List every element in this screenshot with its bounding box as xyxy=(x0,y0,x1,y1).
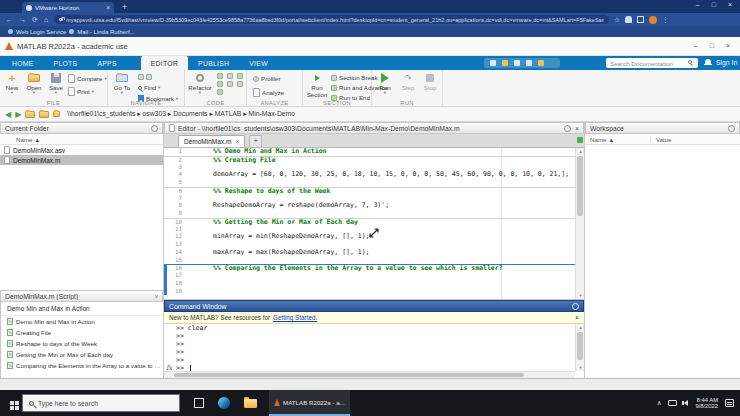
code-line[interactable]: 2 %% Creating File xyxy=(164,156,575,164)
code-line[interactable]: 8 ReshapeDemoArray = reshape(demoArray, … xyxy=(164,202,575,210)
file-explorer-icon[interactable] xyxy=(244,399,257,408)
workspace-name-column[interactable]: Name ▲ xyxy=(585,136,651,143)
search-documentation-input[interactable] xyxy=(606,58,698,68)
analyze-button[interactable]: Analyze xyxy=(253,88,284,97)
save-icon[interactable] xyxy=(490,60,496,66)
browse-folder-icon[interactable] xyxy=(39,111,49,118)
browser-menu-icon[interactable]: ⋮ xyxy=(662,16,669,24)
refactor-button[interactable]: Refactor ▾ xyxy=(187,72,213,95)
step-button[interactable]: ↷ Step xyxy=(398,72,418,91)
run-button[interactable]: Run ▾ xyxy=(375,72,395,95)
stop-button[interactable]: Stop xyxy=(420,72,440,91)
ribbon-tab[interactable]: HOME xyxy=(2,56,44,70)
scroll-up-icon[interactable]: ▲ xyxy=(577,149,584,154)
matlab-maximize-button[interactable]: □ xyxy=(710,42,714,49)
code-line[interactable]: 17 xyxy=(164,272,575,280)
back-bookmark-icon[interactable] xyxy=(138,74,144,80)
code-line[interactable]: 14 maxArray = max(ReshapeDemoArray, [], … xyxy=(164,249,575,257)
editor-scrollbar[interactable]: ▲ ▼ xyxy=(575,148,584,299)
profiler-button[interactable]: Profiler xyxy=(253,74,284,83)
network-icon[interactable] xyxy=(668,400,677,406)
scroll-down-icon[interactable]: ▼ xyxy=(577,293,584,298)
matlab-close-button[interactable]: × xyxy=(726,42,730,49)
volume-icon[interactable] xyxy=(684,400,688,406)
script-section-item[interactable]: % Reshape to days of the Week xyxy=(1,338,163,349)
matlab-minimize-button[interactable]: – xyxy=(694,42,698,49)
code-line[interactable]: 15 xyxy=(164,257,575,265)
panel-menu-icon[interactable] xyxy=(572,303,579,310)
editor-menu-icon[interactable] xyxy=(564,125,571,132)
bookmark-item[interactable]: Mail - Linda Rutherf... xyxy=(69,29,134,35)
workspace-value-column[interactable]: Value xyxy=(651,136,671,143)
file-row[interactable]: DemoMinMax.m xyxy=(0,155,163,165)
search-icon[interactable] xyxy=(688,60,692,64)
folder-back-icon[interactable]: ◀ xyxy=(5,110,11,119)
browser-maximize-button[interactable]: □ xyxy=(712,1,716,8)
code-options-icon[interactable] xyxy=(217,89,223,95)
file-row[interactable]: DemoMinMax.asv xyxy=(0,145,163,155)
start-button[interactable] xyxy=(10,401,14,405)
script-section-item[interactable]: % Creating File xyxy=(1,327,163,338)
bookmark-item[interactable]: Web Login Service xyxy=(8,29,66,35)
folder-breadcrumb[interactable]: \\horfile01\cs_students ▸ osw303 ▸ Docum… xyxy=(67,110,295,118)
reload-icon[interactable]: ⟳ xyxy=(32,16,38,24)
code-analyzer-indicator[interactable] xyxy=(577,137,583,143)
bookmark-star-icon[interactable]: ☆ xyxy=(614,16,620,24)
code-line[interactable]: 4 demoArray = [60, 0, 120, 30, 25, 0, 18… xyxy=(164,171,575,179)
code-editor[interactable]: 1 %% Demo Min and Max in Action 2 %% Cre… xyxy=(164,148,575,299)
new-tab-button[interactable]: + xyxy=(122,3,127,12)
browser-tab[interactable]: VMware Horizon × xyxy=(22,2,114,13)
url-field[interactable]: myappsvdi.utsa.edu/f5vdihast/vmview/D-39… xyxy=(54,15,609,24)
ribbon-tab[interactable]: PLOTS xyxy=(44,56,88,70)
scrollbar-thumb[interactable] xyxy=(577,332,583,360)
forward-bookmark-icon[interactable] xyxy=(146,74,152,80)
ribbon-tab[interactable]: VIEW xyxy=(239,56,278,70)
scroll-down-icon[interactable]: ▼ xyxy=(577,365,584,370)
scroll-up-icon[interactable]: ▲ xyxy=(577,325,584,330)
banner-close-icon[interactable]: × xyxy=(575,314,579,321)
file-details-header[interactable]: DemoMinMax.m (Script) v xyxy=(0,290,163,302)
notification-bell-icon[interactable] xyxy=(625,16,632,23)
code-line[interactable]: 10 %% Getting the Min or Max of Each day xyxy=(164,218,575,226)
wrap-comments-icon[interactable] xyxy=(237,73,243,79)
profile-avatar[interactable] xyxy=(649,16,657,24)
getting-started-link[interactable]: Getting Started. xyxy=(273,314,317,321)
forward-icon[interactable]: → xyxy=(19,16,26,23)
command-window-console[interactable]: >> clear >> >> >> >> fx >> xyxy=(164,324,575,371)
indent-icon[interactable] xyxy=(217,81,223,87)
ribbon-tab[interactable]: EDITOR xyxy=(141,56,188,70)
tray-overflow-icon[interactable]: ∧ xyxy=(657,399,662,407)
code-line[interactable]: 5 xyxy=(164,179,575,187)
compare-button[interactable]: Compare ▾ xyxy=(68,74,107,83)
folder-forward-icon[interactable]: ▶ xyxy=(15,110,21,119)
code-line[interactable]: 16 %% Comparing the Elements in the Arra… xyxy=(164,264,575,272)
command-window-vscrollbar[interactable]: ▲ ▼ xyxy=(575,324,584,371)
side-panel-icon[interactable] xyxy=(637,16,644,23)
code-line[interactable]: 6 %% Reshape to days of the Week xyxy=(164,187,575,195)
comment-icon[interactable] xyxy=(217,73,223,79)
panel-menu-icon[interactable] xyxy=(151,125,158,132)
taskbar-search-box[interactable]: Type here to search xyxy=(22,394,180,412)
tab-close-icon[interactable]: × xyxy=(106,4,110,11)
find-button[interactable]: Find ▾ xyxy=(138,83,178,92)
new-file-tab-button[interactable]: + xyxy=(249,135,262,147)
back-icon[interactable]: ← xyxy=(6,16,13,23)
outdent-icon[interactable] xyxy=(227,81,233,87)
code-line[interactable]: 1 %% Demo Min and Max in Action xyxy=(164,148,575,156)
script-section-item[interactable]: % Getting the Min or Max of Each day xyxy=(1,349,163,360)
open-button[interactable]: Open ▾ xyxy=(24,72,44,95)
code-line[interactable]: 9 xyxy=(164,210,575,218)
new-button[interactable]: + New ▾ xyxy=(2,72,22,95)
scrollbar-thumb[interactable] xyxy=(577,156,583,216)
scrollbar-thumb[interactable] xyxy=(174,373,524,377)
script-section-item[interactable]: % Demo Min and Max in Action xyxy=(1,316,163,327)
editor-file-tab[interactable]: DemoMinMax.m × xyxy=(178,135,245,147)
run-section-button[interactable]: Run Section xyxy=(304,72,330,98)
goto-button[interactable]: Go To ▾ xyxy=(112,72,132,95)
ribbon-tab[interactable]: PUBLISH xyxy=(188,56,239,70)
cut-icon[interactable] xyxy=(502,60,508,66)
script-section-item[interactable]: % Comparing the Elements in the Array to… xyxy=(1,360,163,371)
command-window-hscrollbar[interactable] xyxy=(164,371,575,378)
home-icon[interactable]: ⌂ xyxy=(44,16,48,23)
browser-minimize-button[interactable]: – xyxy=(696,1,700,8)
